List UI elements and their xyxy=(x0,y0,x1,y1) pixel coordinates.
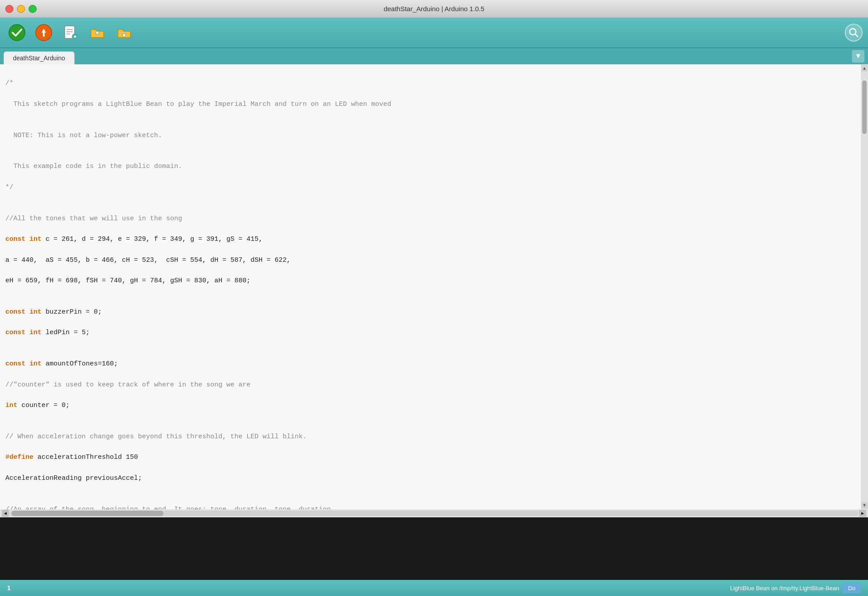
code-line: const int ledPin = 5; xyxy=(5,327,855,338)
title-bar: deathStar_Arduino | Arduino 1.0.5 xyxy=(0,0,868,18)
code-line: eH = 659, fH = 698, fSH = 740, gH = 784,… xyxy=(5,276,855,286)
do-button[interactable]: Do xyxy=(843,583,861,593)
editor-container: /* This sketch programs a LightBlue Bean… xyxy=(0,64,868,509)
scroll-thumb-vertical[interactable] xyxy=(862,80,867,134)
window-title: deathStar_Arduino | Arduino 1.0.5 xyxy=(384,5,484,13)
status-bar: 1 LightBlue Bean on /tmp/tty.LightBlue-B… xyxy=(0,580,868,596)
console-area xyxy=(0,517,868,580)
maximize-button[interactable] xyxy=(29,5,37,13)
horizontal-scrollbar[interactable]: ◀ ▶ xyxy=(0,509,868,517)
status-right: LightBlue Bean on /tmp/tty.LightBlue-Bea… xyxy=(730,583,861,593)
code-line: int counter = 0; xyxy=(5,400,855,411)
code-line: AccelerationReading previousAccel; xyxy=(5,473,855,483)
code-line: //All the tones that we will use in the … xyxy=(5,214,855,224)
code-line: const int c = 261, d = 294, e = 329, f =… xyxy=(5,234,855,244)
code-line: a = 440, aS = 455, b = 466, cH = 523, cS… xyxy=(5,255,855,265)
code-line: NOTE: This is not a low-power sketch. xyxy=(5,130,855,141)
scroll-left-arrow[interactable]: ◀ xyxy=(2,510,9,517)
save-button[interactable] xyxy=(113,21,136,44)
scroll-track-horizontal xyxy=(10,511,858,516)
verify-button[interactable] xyxy=(5,21,29,44)
upload-button[interactable] xyxy=(32,21,55,44)
new-button[interactable] xyxy=(59,21,82,44)
tab-dropdown-button[interactable]: ▼ xyxy=(852,50,864,63)
code-line: This sketch programs a LightBlue Bean to… xyxy=(5,99,855,109)
minimize-button[interactable] xyxy=(17,5,25,13)
scroll-thumb-horizontal[interactable] xyxy=(12,511,163,516)
tab-bar: deathStar_Arduino ▼ xyxy=(0,48,868,64)
scroll-up-arrow[interactable]: ▲ xyxy=(861,65,868,71)
code-editor[interactable]: /* This sketch programs a LightBlue Bean… xyxy=(0,64,861,509)
code-line: //"counter" is used to keep track of whe… xyxy=(5,380,855,390)
scroll-down-arrow[interactable]: ▼ xyxy=(861,502,868,508)
open-button[interactable] xyxy=(86,21,109,44)
toolbar xyxy=(0,18,868,48)
toolbar-right xyxy=(845,24,863,42)
code-line: /* xyxy=(5,78,855,88)
window-controls[interactable] xyxy=(5,5,37,13)
scroll-right-arrow[interactable]: ▶ xyxy=(859,510,866,517)
code-line: This example code is in the public domai… xyxy=(5,161,855,172)
code-line: // When acceleration change goes beyond … xyxy=(5,432,855,442)
code-line: */ xyxy=(5,182,855,193)
code-line: //An array of the song, beginning to end… xyxy=(5,504,855,510)
code-line: const int amountOfTones=160; xyxy=(5,359,855,369)
code-line: const int buzzerPin = 0; xyxy=(5,307,855,317)
search-button[interactable] xyxy=(845,24,863,42)
vertical-scrollbar[interactable]: ▲ ▼ xyxy=(861,64,868,509)
code-line: #define accelerationThreshold 150 xyxy=(5,452,855,462)
board-info: LightBlue Bean on /tmp/tty.LightBlue-Bea… xyxy=(730,585,839,592)
editor-tab[interactable]: deathStar_Arduino xyxy=(4,51,75,64)
close-button[interactable] xyxy=(5,5,13,13)
svg-line-14 xyxy=(855,34,858,37)
svg-point-0 xyxy=(9,25,25,41)
line-number: 1 xyxy=(7,584,11,592)
svg-rect-3 xyxy=(43,32,45,37)
